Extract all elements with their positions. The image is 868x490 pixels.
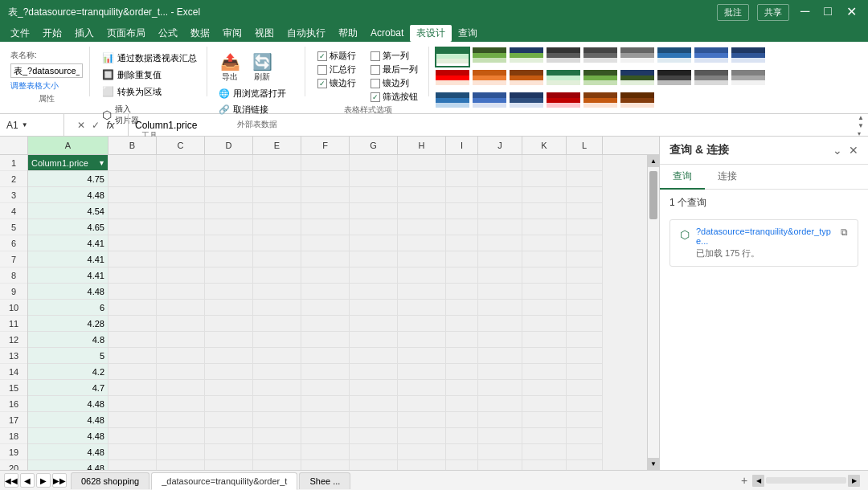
cell-F3[interactable] (301, 187, 350, 203)
cell-B11[interactable] (108, 316, 157, 332)
cell-K16[interactable] (522, 396, 567, 412)
cell-L18[interactable] (567, 428, 603, 444)
cell-F9[interactable] (301, 284, 350, 300)
cell-L12[interactable] (567, 332, 603, 348)
cell-L11[interactable] (567, 316, 603, 332)
cell-F10[interactable] (301, 300, 350, 316)
add-sheet-btn[interactable]: + (736, 472, 752, 488)
cell-E16[interactable] (253, 396, 301, 412)
row-num-1[interactable]: 1 (0, 155, 27, 171)
cell-E9[interactable] (253, 284, 301, 300)
cell-A11[interactable]: 4.28 (28, 316, 108, 332)
cell-F20[interactable] (301, 460, 350, 470)
cell-d1[interactable] (205, 155, 253, 171)
banded-rows-checkbox[interactable]: 镶边行 (317, 77, 356, 89)
banded-rows-chkbox[interactable] (317, 79, 327, 88)
cell-H9[interactable] (398, 284, 446, 300)
panel-tab-queries[interactable]: 查询 (660, 165, 705, 190)
row-num-13[interactable]: 13 (0, 348, 27, 364)
cell-A6[interactable]: 4.41 (28, 235, 108, 251)
cell-I7[interactable] (446, 251, 478, 267)
cell-H13[interactable] (398, 348, 446, 364)
col-header-j[interactable]: J (478, 137, 522, 154)
panel-collapse-btn[interactable]: ⌄ (833, 144, 842, 157)
cell-I9[interactable] (446, 284, 478, 300)
style-swatch-g2-1[interactable] (546, 69, 581, 90)
cell-A7[interactable]: 4.41 (28, 251, 108, 267)
sheet-nav-next[interactable]: ▶ (36, 473, 51, 488)
cell-B15[interactable] (108, 380, 157, 396)
cell-L19[interactable] (567, 444, 603, 460)
cell-L14[interactable] (567, 364, 603, 380)
sheet-nav-first[interactable]: ◀◀ (4, 473, 18, 488)
cell-A16[interactable]: 4.48 (28, 396, 108, 412)
cell-G2[interactable] (350, 171, 398, 187)
style-swatch-red[interactable] (435, 69, 470, 90)
cell-L2[interactable] (567, 171, 603, 187)
col-header-d[interactable]: D (205, 137, 253, 154)
cell-I2[interactable] (446, 171, 478, 187)
cell-B17[interactable] (108, 412, 157, 428)
convert-range-btn[interactable]: ⬜ 转换为区域 (98, 84, 200, 100)
cell-D9[interactable] (205, 284, 253, 300)
cell-J8[interactable] (478, 267, 522, 284)
row-num-10[interactable]: 10 (0, 300, 27, 316)
col-header-i[interactable]: I (446, 137, 478, 154)
cell-L4[interactable] (567, 203, 603, 219)
cell-G20[interactable] (350, 460, 398, 470)
cell-F7[interactable] (301, 251, 350, 267)
cell-G4[interactable] (350, 203, 398, 219)
sheet-tab-datasource[interactable]: _datasource=tranquility&order_t (151, 472, 297, 490)
cell-h1[interactable] (398, 155, 446, 171)
cell-D3[interactable] (205, 187, 253, 203)
confirm-formula-icon[interactable]: ✓ (90, 118, 101, 133)
cell-E14[interactable] (253, 364, 301, 380)
row-num-18[interactable]: 18 (0, 428, 27, 444)
cell-I10[interactable] (446, 300, 478, 316)
cell-C14[interactable] (157, 364, 205, 380)
cell-A17[interactable]: 4.48 (28, 412, 108, 428)
cell-j1[interactable] (478, 155, 522, 171)
cell-J13[interactable] (478, 348, 522, 364)
cell-B7[interactable] (108, 251, 157, 267)
cell-I6[interactable] (446, 235, 478, 251)
cell-A15[interactable]: 4.7 (28, 380, 108, 396)
cell-G6[interactable] (350, 235, 398, 251)
cell-I19[interactable] (446, 444, 478, 460)
menu-formula[interactable]: 公式 (152, 25, 184, 42)
cell-D17[interactable] (205, 412, 253, 428)
first-col-chkbox[interactable] (371, 51, 380, 61)
cell-C19[interactable] (157, 444, 205, 460)
export-btn[interactable]: 📤 导出 (215, 50, 244, 85)
menu-query[interactable]: 查询 (452, 25, 484, 42)
open-browser-btn[interactable]: 🌐 用浏览器打开 (215, 86, 298, 101)
cell-H17[interactable] (398, 412, 446, 428)
cell-E7[interactable] (253, 251, 301, 267)
cell-L13[interactable] (567, 348, 603, 364)
cell-K7[interactable] (522, 251, 567, 267)
cell-H4[interactable] (398, 203, 446, 219)
style-swatch-d2-1[interactable] (657, 69, 692, 90)
cell-B10[interactable] (108, 300, 157, 316)
cell-I13[interactable] (446, 348, 478, 364)
cell-E13[interactable] (253, 348, 301, 364)
cell-B8[interactable] (108, 267, 157, 284)
style-swatch-g2-2[interactable] (583, 69, 618, 90)
row-num-3[interactable]: 3 (0, 187, 27, 203)
cell-E11[interactable] (253, 316, 301, 332)
col-header-f[interactable]: F (301, 137, 350, 154)
cell-A5[interactable]: 4.65 (28, 219, 108, 235)
cell-J10[interactable] (478, 300, 522, 316)
cell-A12[interactable]: 4.8 (28, 332, 108, 348)
style-swatch-green-dark[interactable] (509, 47, 544, 67)
cell-C3[interactable] (157, 187, 205, 203)
style-swatch-b2-2[interactable] (472, 92, 507, 112)
scroll-down-btn[interactable]: ▼ (648, 458, 659, 470)
unlink-btn[interactable]: 🔗 取消链接 (215, 102, 298, 117)
horizontal-scrollbar[interactable]: ◀ ▶ (752, 475, 868, 487)
cell-H2[interactable] (398, 171, 446, 187)
cell-E6[interactable] (253, 235, 301, 251)
first-col-checkbox[interactable]: 第一列 (371, 50, 418, 62)
menu-home[interactable]: 开始 (36, 25, 68, 42)
cell-D11[interactable] (205, 316, 253, 332)
